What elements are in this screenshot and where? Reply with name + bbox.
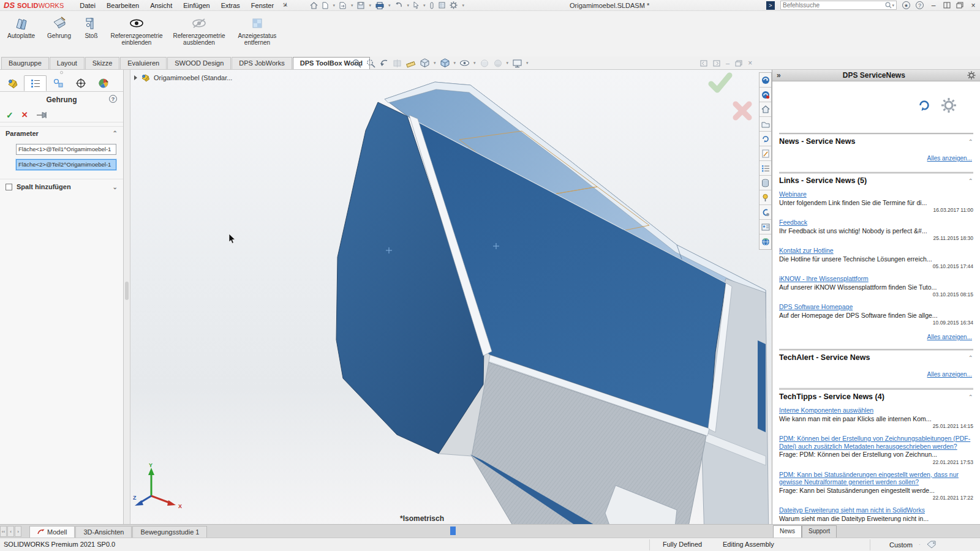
dps-info-icon[interactable]: [760, 88, 771, 102]
tab-layout[interactable]: Layout: [50, 57, 85, 69]
c-gear-icon[interactable]: [760, 205, 771, 220]
parameter-collapse-chevron[interactable]: ⌃: [113, 130, 118, 137]
breadcrumb[interactable]: Origamimoebel (Standar...: [154, 74, 232, 81]
help-icon[interactable]: ?: [916, 1, 924, 9]
menu-ansicht[interactable]: Ansicht: [150, 2, 172, 9]
custom-properties-icon[interactable]: [760, 161, 771, 176]
expand-pane-icon[interactable]: »: [777, 71, 781, 80]
show-all-link[interactable]: Alles anzeigen...: [927, 334, 972, 340]
open-icon[interactable]: [339, 2, 347, 9]
close-button[interactable]: ×: [969, 1, 978, 10]
show-all-link[interactable]: Alles anzeigen...: [927, 371, 972, 378]
zoom-area-icon[interactable]: [366, 59, 375, 68]
display-style-icon[interactable]: [440, 58, 450, 68]
dock-right-icon[interactable]: [713, 60, 720, 67]
tab-baugruppe[interactable]: Baugruppe: [1, 57, 49, 69]
tab-swood-design[interactable]: SWOOD Design: [167, 57, 231, 69]
news-item-link[interactable]: Webinare: [779, 190, 973, 198]
measure-icon[interactable]: [406, 59, 416, 68]
viewport-close-icon[interactable]: ×: [748, 59, 752, 67]
news-item-link[interactable]: Dateityp Erweiterung sieht man nicht in …: [779, 506, 973, 514]
hide-show-caret[interactable]: ▾: [473, 61, 476, 66]
tab-configurations[interactable]: [47, 75, 69, 91]
scroll-first-button[interactable]: ‹‹: [0, 526, 7, 537]
tab-news[interactable]: News: [773, 525, 802, 538]
feature-tree-flyout[interactable]: Origamimoebel (Standar...: [134, 73, 232, 82]
parameter-section-header[interactable]: Parameter ⌃: [0, 126, 123, 140]
cancel-button[interactable]: ✕: [21, 110, 28, 119]
refgeo-einblenden-button[interactable]: Referenzgeometrie einblenden: [108, 15, 165, 47]
tab-dps-jobworks[interactable]: DPS JobWorks: [232, 57, 292, 69]
graphics-viewport[interactable]: Origamimoebel (Standar... Y X Z *Isometr…: [130, 70, 771, 524]
tag-icon[interactable]: [927, 541, 937, 549]
pin-menu-icon[interactable]: ✈: [281, 1, 290, 10]
select-caret-icon[interactable]: ▾: [423, 3, 426, 8]
grid-icon[interactable]: [439, 2, 445, 9]
minimize-button[interactable]: –: [929, 1, 938, 10]
tab-feature-tree[interactable]: [1, 75, 24, 91]
dps-servicenews-icon[interactable]: [760, 73, 771, 88]
command-search-input[interactable]: [783, 2, 885, 9]
section-collapse-chevron[interactable]: ⌃: [968, 138, 973, 145]
open-caret-icon[interactable]: ▾: [351, 3, 353, 8]
zoom-fit-icon[interactable]: [352, 59, 362, 68]
tab-3d-ansichten[interactable]: 3D-Ansichten: [75, 526, 132, 538]
news-item-link[interactable]: Interne Komponenten auswählen: [779, 407, 973, 414]
user-account-icon[interactable]: ●: [902, 1, 910, 9]
save-icon[interactable]: [357, 2, 364, 9]
previous-view-icon[interactable]: [379, 59, 389, 68]
tab-appearances[interactable]: [92, 75, 115, 91]
tab-support[interactable]: Support: [802, 525, 837, 538]
id-card-icon[interactable]: [760, 220, 771, 234]
print-caret-icon[interactable]: ▾: [388, 3, 391, 8]
section-collapse-chevron[interactable]: ⌃: [968, 394, 973, 400]
edit-appearance-icon[interactable]: [480, 59, 489, 68]
search-magnifier-icon[interactable]: [885, 2, 892, 9]
split-window-button[interactable]: [943, 2, 951, 9]
news-settings-gear-icon[interactable]: [941, 97, 957, 113]
options-caret-icon[interactable]: ▾: [462, 3, 464, 8]
confirm-ok-watermark[interactable]: [707, 71, 733, 94]
task-pane-gear-icon[interactable]: [967, 71, 976, 80]
menu-einfuegen[interactable]: Einfügen: [183, 2, 209, 9]
selection-box-1[interactable]: Fläche<1>@Teil1^Origamimoebel-1: [16, 144, 116, 155]
splitter-grip[interactable]: [125, 282, 129, 300]
undo-icon[interactable]: [394, 2, 402, 9]
view-orientation-icon[interactable]: [420, 58, 430, 68]
gap-checkbox[interactable]: [6, 184, 12, 190]
menu-extras[interactable]: Extras: [221, 2, 240, 9]
command-search-icon[interactable]: >: [766, 1, 775, 10]
tab-dimxpert[interactable]: [69, 75, 92, 91]
file-explorer-refresh-icon[interactable]: [760, 132, 771, 146]
unit-system-control[interactable]: Custom ·: [889, 541, 937, 549]
tab-evaluieren[interactable]: Evaluieren: [120, 57, 167, 69]
section-view-icon[interactable]: [393, 59, 402, 68]
panel-handle[interactable]: [0, 70, 123, 75]
pm-help-icon[interactable]: ?: [109, 95, 117, 103]
tree-expand-arrow[interactable]: [134, 75, 137, 80]
viewport-minimize-icon[interactable]: –: [726, 59, 729, 67]
news-item-link[interactable]: PDM: Kann bei Statusänderungen eingestel…: [779, 471, 973, 486]
display-style-caret[interactable]: ▾: [454, 61, 456, 66]
dock-left-icon[interactable]: [700, 60, 707, 67]
scroll-right-button[interactable]: ›: [15, 526, 21, 537]
keep-visible-pin-icon[interactable]: [36, 111, 48, 119]
home-icon[interactable]: [310, 2, 318, 9]
news-item-link[interactable]: Feedback: [779, 219, 973, 227]
view-orientation-caret[interactable]: ▾: [434, 61, 436, 66]
view-settings-icon[interactable]: [512, 59, 522, 68]
panel-splitter[interactable]: [124, 70, 130, 524]
connector-pin-icon[interactable]: [760, 190, 771, 205]
tab-property-manager[interactable]: [24, 75, 47, 91]
tab-modell[interactable]: Modell: [29, 526, 75, 538]
scene-caret[interactable]: ▾: [507, 61, 509, 66]
view-settings-caret[interactable]: ▾: [526, 61, 529, 66]
tab-bewegungsstudie[interactable]: Bewegungsstudie 1: [132, 526, 207, 538]
anzeigestatus-entfernen-button[interactable]: Anzeigestatus entfernen: [233, 15, 282, 47]
save-caret-icon[interactable]: ▾: [369, 3, 371, 8]
design-library-folder-icon[interactable]: [760, 117, 771, 132]
unit-caret-icon[interactable]: ·: [919, 542, 921, 547]
view-palette-icon[interactable]: [760, 146, 771, 161]
viewport-restore-icon[interactable]: [735, 60, 742, 67]
hide-show-items-icon[interactable]: [459, 59, 470, 67]
